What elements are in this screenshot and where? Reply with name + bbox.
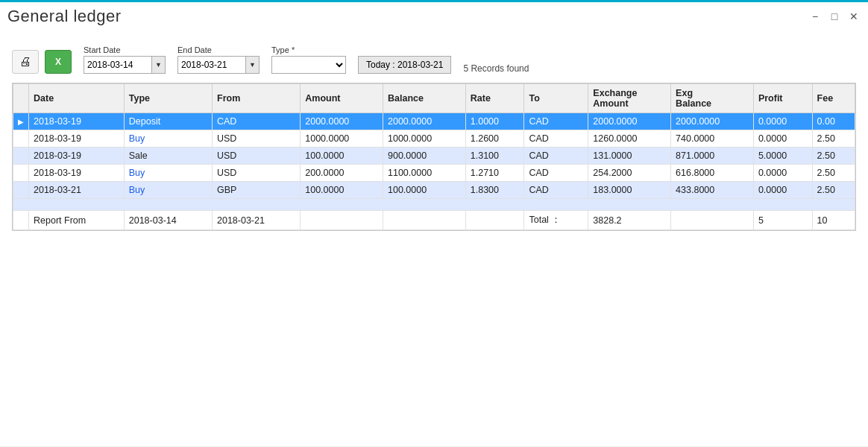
cell-to: CAD bbox=[524, 113, 588, 130]
cell-fee: 0.00 bbox=[812, 113, 855, 130]
print-button[interactable]: 🖨 bbox=[12, 50, 39, 74]
maximize-button[interactable]: □ bbox=[828, 10, 841, 23]
cell-from: USD bbox=[213, 165, 301, 182]
end-date-input-wrap: ▼ bbox=[177, 56, 260, 74]
table-row[interactable]: ▶ 2018-03-19 Deposit CAD 2000.0000 2000.… bbox=[13, 113, 855, 130]
cell-date: 2018-03-21 bbox=[29, 182, 125, 199]
row-selector: ▶ bbox=[13, 113, 29, 130]
cell-balance: 100.0000 bbox=[383, 182, 466, 199]
toolbar-icons: 🖨 X bbox=[12, 50, 72, 74]
end-date-input[interactable] bbox=[178, 57, 245, 73]
row-selector bbox=[13, 182, 29, 199]
table-row[interactable]: 2018-03-19 Buy USD 200.0000 1100.0000 1.… bbox=[13, 165, 855, 182]
cell-date: 2018-03-19 bbox=[29, 165, 125, 182]
cell-exchange-amount: 183.0000 bbox=[588, 182, 671, 199]
end-date-picker-button[interactable]: ▼ bbox=[245, 57, 259, 73]
col-header-selector bbox=[13, 84, 29, 113]
total-fee: 10 bbox=[812, 211, 855, 230]
cell-exchange-amount: 2000.0000 bbox=[588, 113, 671, 130]
total-row: Report From 2018-03-14 2018-03-21 Total … bbox=[13, 211, 855, 230]
total-from-date: 2018-03-14 bbox=[124, 211, 212, 230]
col-header-from: From bbox=[213, 84, 301, 113]
cell-type: Buy bbox=[124, 130, 212, 148]
total-empty-amount bbox=[301, 211, 383, 230]
cell-profit: 0.0000 bbox=[753, 165, 812, 182]
col-header-profit: Profit bbox=[753, 84, 812, 113]
main-content: 🖨 X Start Date ▼ End Date ▼ Type * Today… bbox=[0, 29, 868, 446]
start-date-field: Start Date ▼ bbox=[84, 45, 166, 74]
row-selector bbox=[13, 165, 29, 182]
today-button[interactable]: Today : 2018-03-21 bbox=[358, 56, 451, 74]
col-header-date: Date bbox=[29, 84, 125, 113]
cell-to: CAD bbox=[524, 130, 588, 148]
cell-from: USD bbox=[213, 148, 301, 165]
cell-exchange-amount: 1260.0000 bbox=[588, 130, 671, 148]
data-table-wrap: Date Type From Amount Balance Rate To Ex… bbox=[12, 83, 856, 231]
cell-to: CAD bbox=[524, 165, 588, 182]
start-date-input[interactable] bbox=[84, 57, 151, 73]
cell-amount: 200.0000 bbox=[301, 165, 383, 182]
cell-date: 2018-03-19 bbox=[29, 113, 125, 130]
cell-fee: 2.50 bbox=[812, 130, 855, 148]
col-header-type: Type bbox=[124, 84, 212, 113]
spacer-row bbox=[13, 199, 855, 211]
type-select[interactable] bbox=[271, 56, 346, 74]
cell-to: CAD bbox=[524, 182, 588, 199]
cell-from: USD bbox=[213, 130, 301, 148]
cell-exg-balance: 2000.0000 bbox=[671, 113, 754, 130]
table-row[interactable]: 2018-03-19 Sale USD 100.0000 900.0000 1.… bbox=[13, 148, 855, 165]
cell-profit: 0.0000 bbox=[753, 130, 812, 148]
total-to-date: 2018-03-21 bbox=[213, 211, 301, 230]
cell-exg-balance: 740.0000 bbox=[671, 130, 754, 148]
excel-button[interactable]: X bbox=[45, 50, 72, 74]
title-bar: General ledger − □ ✕ bbox=[0, 0, 868, 29]
start-date-label: Start Date bbox=[84, 45, 166, 54]
records-found: 5 Records found bbox=[463, 63, 529, 74]
row-selector bbox=[13, 130, 29, 148]
window-controls: − □ ✕ bbox=[808, 10, 861, 23]
cell-rate: 1.2710 bbox=[465, 165, 524, 182]
total-empty-exg bbox=[671, 211, 754, 230]
cell-profit: 0.0000 bbox=[753, 113, 812, 130]
total-label: Total ： bbox=[524, 211, 588, 230]
total-empty-rate bbox=[465, 211, 524, 230]
cell-profit: 5.0000 bbox=[753, 148, 812, 165]
cell-amount: 2000.0000 bbox=[301, 113, 383, 130]
total-exchange-amount: 3828.2 bbox=[588, 211, 671, 230]
cell-exg-balance: 616.8000 bbox=[671, 165, 754, 182]
cell-type: Buy bbox=[124, 182, 212, 199]
end-date-field: End Date ▼ bbox=[177, 45, 260, 74]
cell-fee: 2.50 bbox=[812, 165, 855, 182]
app-title: General ledger bbox=[7, 7, 122, 26]
cell-date: 2018-03-19 bbox=[29, 130, 125, 148]
toolbar: 🖨 X Start Date ▼ End Date ▼ Type * Today… bbox=[12, 37, 856, 74]
cell-amount: 100.0000 bbox=[301, 182, 383, 199]
table-header-row: Date Type From Amount Balance Rate To Ex… bbox=[13, 84, 855, 113]
cell-rate: 1.0000 bbox=[465, 113, 524, 130]
col-header-balance: Balance bbox=[383, 84, 466, 113]
total-empty-balance bbox=[383, 211, 466, 230]
total-selector bbox=[13, 211, 29, 230]
cell-amount: 1000.0000 bbox=[301, 130, 383, 148]
cell-date: 2018-03-19 bbox=[29, 148, 125, 165]
col-header-exchange-amount: ExchangeAmount bbox=[588, 84, 671, 113]
cell-rate: 1.3100 bbox=[465, 148, 524, 165]
cell-rate: 1.2600 bbox=[465, 130, 524, 148]
col-header-to: To bbox=[524, 84, 588, 113]
cell-balance: 1100.0000 bbox=[383, 165, 466, 182]
total-report-from-label: Report From bbox=[29, 211, 125, 230]
close-button[interactable]: ✕ bbox=[847, 10, 861, 23]
table-row[interactable]: 2018-03-19 Buy USD 1000.0000 1000.0000 1… bbox=[13, 130, 855, 148]
minimize-button[interactable]: − bbox=[808, 10, 822, 23]
table-row[interactable]: 2018-03-21 Buy GBP 100.0000 100.0000 1.8… bbox=[13, 182, 855, 199]
cell-amount: 100.0000 bbox=[301, 148, 383, 165]
cell-balance: 2000.0000 bbox=[383, 113, 466, 130]
total-profit: 5 bbox=[753, 211, 812, 230]
end-date-label: End Date bbox=[177, 45, 260, 54]
type-field: Type * bbox=[271, 45, 346, 74]
cell-to: CAD bbox=[524, 148, 588, 165]
type-label: Type * bbox=[271, 45, 346, 54]
start-date-input-wrap: ▼ bbox=[84, 56, 166, 74]
cell-type: Deposit bbox=[124, 113, 212, 130]
start-date-picker-button[interactable]: ▼ bbox=[151, 57, 165, 73]
